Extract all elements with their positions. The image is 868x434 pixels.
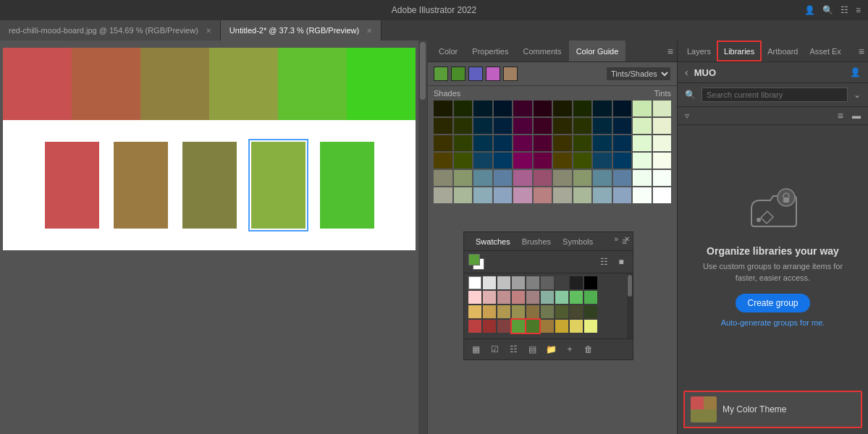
sw-cell[interactable] (570, 276, 583, 289)
lib-search-chevron[interactable]: ⌄ (854, 90, 861, 100)
color-cell[interactable] (473, 170, 492, 186)
sw-cell[interactable] (468, 320, 481, 333)
grid-view-btn[interactable]: ■ (614, 255, 628, 269)
color-cell[interactable] (653, 118, 672, 134)
swatches-more-panels[interactable]: » (614, 235, 618, 243)
color-cell[interactable] (593, 187, 612, 203)
sw-cell[interactable] (541, 305, 554, 318)
color-cell[interactable] (553, 135, 572, 151)
color-cell[interactable] (633, 135, 652, 151)
color-cell[interactable] (613, 135, 632, 151)
tab2-close[interactable]: ✕ (366, 27, 372, 35)
tab-comments[interactable]: Comments (515, 41, 568, 61)
color-cell[interactable] (553, 153, 572, 169)
sw-cell[interactable] (468, 291, 481, 304)
list-view-icon[interactable]: ☷ (597, 255, 611, 269)
sw-cell[interactable] (555, 320, 568, 333)
color-cell[interactable] (513, 187, 532, 203)
color-cell[interactable] (553, 118, 572, 134)
color-cell[interactable] (613, 153, 632, 169)
color-cell[interactable] (473, 118, 492, 134)
color-cell[interactable] (434, 118, 452, 134)
color-cell[interactable] (473, 153, 492, 169)
lib-back-arrow[interactable]: ‹ (685, 67, 688, 78)
color-cell[interactable] (593, 118, 612, 134)
color-cell[interactable] (553, 101, 572, 116)
color-cell[interactable] (573, 153, 592, 169)
tab-artboard[interactable]: Artboard (762, 41, 804, 61)
color-rect-4[interactable] (320, 142, 374, 229)
color-cell[interactable] (513, 118, 532, 134)
sw-cell[interactable] (584, 276, 597, 289)
create-group-button[interactable]: Create group (736, 294, 809, 312)
color-cell[interactable] (633, 101, 652, 116)
tab-symbols[interactable]: Symbols (557, 232, 599, 250)
color-rect-0[interactable] (45, 142, 99, 229)
color-cell[interactable] (653, 101, 672, 116)
auto-generate-link[interactable]: Auto-generate groups for me. (721, 318, 825, 327)
sw-cell[interactable] (584, 305, 597, 318)
color-cell[interactable] (534, 170, 552, 186)
tab-file1[interactable]: red-chilli-mood-board.jpg @ 154.69 % (RG… (0, 20, 221, 41)
color-cell[interactable] (454, 135, 473, 151)
color-cell[interactable] (513, 101, 532, 116)
harmony-dropdown[interactable]: Tints/Shades (606, 67, 671, 81)
color-cell[interactable] (494, 153, 513, 169)
sw-cell[interactable] (497, 305, 510, 318)
sw-cell[interactable] (584, 291, 597, 304)
color-cell[interactable] (653, 153, 672, 169)
tab-file2[interactable]: Untitled-2* @ 37.3 % (RGB/Preview) ✕ (221, 20, 382, 41)
tab1-close[interactable]: ✕ (206, 27, 211, 35)
color-cell[interactable] (473, 101, 492, 116)
color-cell[interactable] (494, 135, 513, 151)
tab-swatches[interactable]: Swatches (470, 232, 516, 250)
tab-color-guide[interactable]: Color Guide (569, 41, 626, 61)
color-cell[interactable] (633, 118, 652, 134)
search-icon[interactable]: 🔍 (822, 5, 833, 15)
color-cell[interactable] (534, 153, 552, 169)
swatch-list-icon[interactable]: ▤ (525, 342, 539, 357)
swatch-green2[interactable] (451, 67, 465, 81)
color-cell[interactable] (513, 170, 532, 186)
tab-asset-ex[interactable]: Asset Ex (804, 41, 846, 61)
tab-properties[interactable]: Properties (465, 41, 515, 61)
sw-cell[interactable] (541, 320, 554, 333)
lib-user-icon[interactable]: 👤 (850, 67, 861, 77)
sw-cell[interactable] (483, 276, 496, 289)
swatches-close[interactable]: ✕ (624, 235, 630, 243)
swatch-tan[interactable] (503, 67, 518, 81)
color-cell[interactable] (434, 135, 452, 151)
color-cell[interactable] (633, 170, 652, 186)
color-cell[interactable] (534, 135, 552, 151)
sw-cell[interactable] (483, 291, 496, 304)
color-cell[interactable] (653, 135, 672, 151)
stroke-color[interactable] (468, 254, 480, 265)
swatch-add-icon[interactable]: + (562, 342, 577, 357)
color-cell[interactable] (593, 153, 612, 169)
panel-menu-icon[interactable]: ≡ (667, 46, 673, 57)
color-cell[interactable] (454, 153, 473, 169)
color-cell[interactable] (534, 187, 552, 203)
sw-cell[interactable] (512, 276, 525, 289)
tab-layers[interactable]: Layers (681, 41, 717, 61)
swatch-green1[interactable] (434, 67, 448, 81)
sw-cell[interactable] (570, 305, 583, 318)
color-cell[interactable] (613, 118, 632, 134)
color-cell[interactable] (494, 170, 513, 186)
sw-cell[interactable] (526, 276, 539, 289)
lib-search-input[interactable] (701, 88, 848, 102)
sw-cell[interactable] (555, 276, 568, 289)
swatches-grid-area[interactable] (464, 273, 633, 339)
color-cell[interactable] (553, 187, 572, 203)
sw-cell[interactable] (555, 291, 568, 304)
color-cell[interactable] (473, 187, 492, 203)
swatch-add-library-icon[interactable]: ☑ (487, 342, 502, 357)
color-cell[interactable] (553, 170, 572, 186)
color-cell[interactable] (573, 170, 592, 186)
swatch-bar-chart-icon[interactable]: ▦ (468, 342, 483, 357)
color-cell[interactable] (513, 153, 532, 169)
filter-icon[interactable]: ▿ (685, 111, 689, 121)
libraries-panel-menu[interactable]: ≡ (859, 46, 864, 57)
color-cell[interactable] (573, 118, 592, 134)
sw-cell[interactable] (468, 305, 481, 318)
